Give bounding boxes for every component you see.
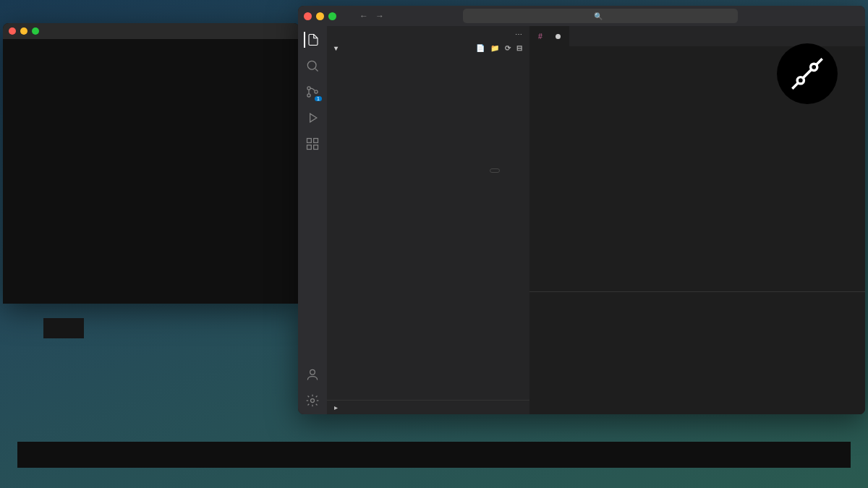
svg-rect-5: [314, 139, 318, 143]
new-folder-icon[interactable]: 📁: [490, 44, 499, 52]
debug-icon[interactable]: [305, 110, 320, 126]
tab-main-scss[interactable]: #: [529, 26, 570, 46]
search-icon[interactable]: [305, 58, 320, 74]
scss-icon: #: [538, 32, 542, 40]
svg-point-11: [811, 64, 817, 70]
explorer-sidebar: ⋯ ▾ 📄 📁 ⟳ ⊟ ▸: [327, 26, 529, 414]
svg-point-0: [307, 61, 316, 69]
outline-section[interactable]: ▸: [327, 400, 529, 414]
terminal-panel[interactable]: [529, 311, 865, 414]
terminal-output[interactable]: [3, 39, 299, 45]
svg-point-9: [311, 399, 315, 403]
line-gutter: [529, 61, 556, 291]
explorer-icon[interactable]: [304, 32, 320, 48]
explorer-header: ⋯: [327, 26, 529, 43]
new-file-icon[interactable]: 📄: [476, 44, 485, 52]
modified-dot-icon: [556, 34, 561, 39]
svg-rect-6: [307, 145, 312, 150]
terminal-window: [3, 23, 299, 304]
path-tooltip: [490, 168, 500, 173]
gear-icon[interactable]: [305, 393, 320, 408]
panel-tab-bar[interactable]: [529, 292, 865, 311]
account-icon[interactable]: [305, 367, 320, 382]
nav-arrows[interactable]: ←→: [359, 11, 384, 21]
tab-bar[interactable]: #: [529, 26, 865, 46]
command-center[interactable]: 🔍: [463, 9, 738, 23]
file-tree[interactable]: [327, 53, 529, 400]
terminal-titlebar[interactable]: [3, 23, 299, 39]
refresh-icon[interactable]: ⟳: [505, 44, 511, 52]
svg-point-3: [315, 90, 318, 93]
svg-point-1: [307, 87, 310, 90]
video-title: [17, 442, 851, 468]
svg-point-8: [310, 369, 315, 374]
vscode-titlebar[interactable]: ←→ 🔍: [298, 6, 865, 26]
window-controls[interactable]: [9, 27, 39, 35]
workspace-root[interactable]: ▾ 📄 📁 ⟳ ⊟: [327, 43, 529, 53]
search-icon: 🔍: [594, 12, 603, 20]
activity-bar: [298, 26, 327, 414]
svg-rect-4: [307, 139, 312, 143]
nav-fwd-icon: →: [375, 11, 384, 21]
nav-back-icon: ←: [359, 11, 368, 21]
brand-logo: [777, 43, 838, 104]
svg-point-2: [307, 94, 310, 97]
svg-point-10: [797, 77, 804, 84]
svg-rect-7: [314, 145, 318, 150]
bottom-panel: [529, 291, 865, 414]
tutorial-badge: [43, 318, 84, 338]
window-controls[interactable]: [304, 12, 336, 20]
source-control-icon[interactable]: [305, 84, 320, 100]
collapse-icon[interactable]: ⊟: [516, 44, 522, 52]
extensions-icon[interactable]: [305, 136, 320, 152]
more-icon[interactable]: ⋯: [515, 30, 523, 38]
